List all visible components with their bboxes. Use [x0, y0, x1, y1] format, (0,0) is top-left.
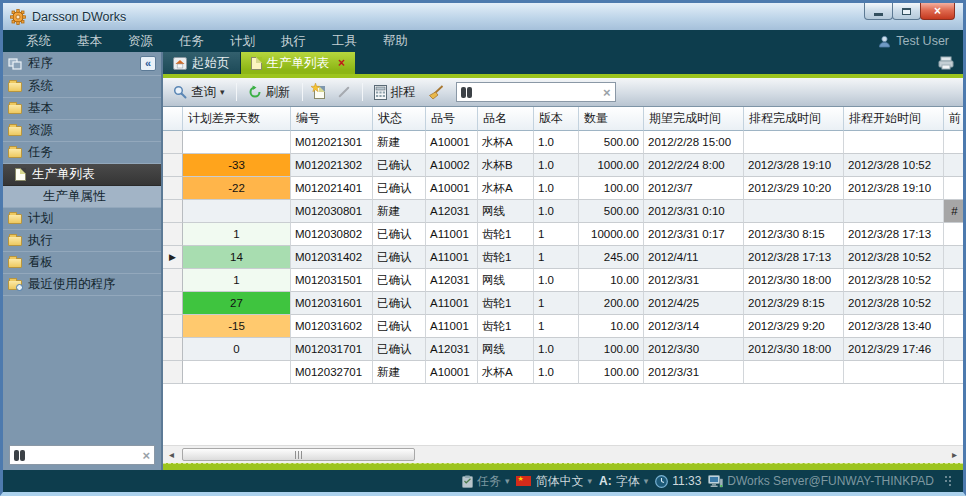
table-cell-item_name[interactable]: 齿轮1 [478, 223, 534, 246]
table-cell-version[interactable]: 1.0 [534, 338, 579, 361]
table-cell-item_name[interactable]: 网线 [478, 338, 534, 361]
table-cell-extra[interactable] [944, 315, 963, 338]
table-cell-expect_time[interactable]: 2012/3/7 [644, 177, 744, 200]
table-cell-qty[interactable]: 100.00 [579, 361, 644, 384]
table-cell-qty[interactable]: 100.00 [579, 338, 644, 361]
table-cell-diff[interactable]: -22 [183, 177, 291, 200]
table-cell-qty[interactable]: 10000.00 [579, 223, 644, 246]
table-cell-item_name[interactable]: 网线 [478, 200, 534, 223]
sidebar-item[interactable]: 资源 [3, 120, 161, 142]
table-cell-sched_start[interactable]: 2012/3/28 19:10 [844, 177, 944, 200]
table-cell-item_name[interactable]: 水杯A [478, 361, 534, 384]
table-cell-item_no[interactable]: A11001 [426, 223, 478, 246]
table-cell-expect_time[interactable]: 2012/2/28 15:00 [644, 131, 744, 154]
table-cell-qty[interactable]: 10.00 [579, 269, 644, 292]
table-cell-sched_start[interactable] [844, 200, 944, 223]
table-cell-code[interactable]: M012030802 [291, 223, 373, 246]
table-cell-extra[interactable] [944, 223, 963, 246]
table-cell-expect_time[interactable]: 2012/4/11 [644, 246, 744, 269]
table-cell-qty[interactable]: 10.00 [579, 315, 644, 338]
column-header[interactable]: 排程完成时间 [744, 107, 844, 131]
table-row[interactable]: 1M012030802已确认A11001齿轮1110000.002012/3/3… [163, 223, 963, 246]
column-header[interactable]: 品名 [478, 107, 534, 131]
table-cell-status[interactable]: 已确认 [373, 338, 426, 361]
table-cell-item_no[interactable]: A10001 [426, 131, 478, 154]
table-cell-expect_time[interactable]: 2012/3/31 [644, 269, 744, 292]
toolbar-search-clear-icon[interactable]: × [603, 85, 611, 100]
row-header-cell[interactable] [163, 200, 183, 223]
table-cell-qty[interactable]: 100.00 [579, 177, 644, 200]
table-row[interactable]: M012030801新建A12031网线1.0500.002012/3/31 0… [163, 200, 963, 223]
table-cell-item_name[interactable]: 网线 [478, 269, 534, 292]
table-cell-expect_time[interactable]: 2012/4/25 [644, 292, 744, 315]
status-font-dropdown[interactable]: A: 字体 ▾ [599, 473, 648, 490]
table-cell-version[interactable]: 1.0 [534, 154, 579, 177]
sidebar-item[interactable]: 最近使用的程序 [3, 274, 161, 296]
close-button[interactable]: × [920, 3, 955, 20]
table-cell-sched_start[interactable]: 2012/3/28 13:40 [844, 315, 944, 338]
table-cell-diff[interactable]: 0 [183, 338, 291, 361]
table-cell-sched_end[interactable]: 2012/3/29 8:15 [744, 292, 844, 315]
table-cell-extra[interactable] [944, 131, 963, 154]
table-cell-code[interactable]: M012031701 [291, 338, 373, 361]
table-row[interactable]: M012021301新建A10001水杯A1.0500.002012/2/28 … [163, 131, 963, 154]
table-cell-status[interactable]: 新建 [373, 200, 426, 223]
table-cell-item_no[interactable]: A12031 [426, 269, 478, 292]
tab-home[interactable]: 起始页 [163, 52, 241, 74]
row-header-cell[interactable] [163, 361, 183, 384]
table-cell-sched_end[interactable]: 2012/3/28 19:10 [744, 154, 844, 177]
table-cell-sched_end[interactable]: 2012/3/28 17:13 [744, 246, 844, 269]
table-cell-status[interactable]: 新建 [373, 361, 426, 384]
menu-item[interactable]: 任务 [166, 33, 217, 50]
table-row[interactable]: M012032701新建A10001水杯A1.0100.002012/3/31 [163, 361, 963, 384]
table-cell-item_no[interactable]: A10001 [426, 361, 478, 384]
table-cell-status[interactable]: 已确认 [373, 269, 426, 292]
table-cell-status[interactable]: 已确认 [373, 223, 426, 246]
current-row-marker[interactable]: ▶ [163, 246, 183, 269]
table-cell-diff[interactable]: 27 [183, 292, 291, 315]
column-header[interactable]: 版本 [534, 107, 579, 131]
row-header-cell[interactable] [163, 131, 183, 154]
schedule-button[interactable]: 排程 [370, 82, 420, 103]
table-row[interactable]: ▶14M012031402已确认A11001齿轮11245.002012/4/1… [163, 246, 963, 269]
table-cell-diff[interactable] [183, 131, 291, 154]
menu-item[interactable]: 工具 [319, 33, 370, 50]
sidebar-item[interactable]: 生产单属性 [3, 186, 161, 208]
table-cell-sched_start[interactable] [844, 361, 944, 384]
table-cell-qty[interactable]: 245.00 [579, 246, 644, 269]
table-cell-code[interactable]: M012032701 [291, 361, 373, 384]
table-cell-sched_end[interactable]: 2012/3/29 9:20 [744, 315, 844, 338]
sidebar-search-input[interactable]: × [9, 445, 155, 465]
edit-button[interactable] [333, 89, 355, 95]
scroll-left-icon[interactable]: ◂ [163, 446, 180, 463]
table-row[interactable]: 1M012031501已确认A12031网线1.010.002012/3/312… [163, 269, 963, 292]
row-header-cell[interactable] [163, 338, 183, 361]
menu-item[interactable]: 帮助 [370, 33, 421, 50]
table-cell-diff[interactable]: 14 [183, 246, 291, 269]
table-cell-diff[interactable]: -33 [183, 154, 291, 177]
table-cell-sched_end[interactable]: 2012/3/30 8:15 [744, 223, 844, 246]
table-row[interactable]: 27M012031601已确认A11001齿轮11200.002012/4/25… [163, 292, 963, 315]
row-header-cell[interactable] [163, 177, 183, 200]
tab-close-icon[interactable]: × [338, 56, 345, 70]
column-header[interactable]: 数量 [579, 107, 644, 131]
table-cell-status[interactable]: 已确认 [373, 292, 426, 315]
table-cell-version[interactable]: 1 [534, 292, 579, 315]
table-cell-item_no[interactable]: A11001 [426, 315, 478, 338]
table-row[interactable]: -33M012021302已确认A10002水杯B1.01000.002012/… [163, 154, 963, 177]
table-cell-item_no[interactable]: A12031 [426, 338, 478, 361]
tab-production-order-list[interactable]: 生产单列表 × [241, 52, 356, 74]
menu-item[interactable]: 执行 [268, 33, 319, 50]
table-cell-item_no[interactable]: A10001 [426, 177, 478, 200]
row-header-cell[interactable] [163, 154, 183, 177]
table-cell-expect_time[interactable]: 2012/3/31 0:10 [644, 200, 744, 223]
table-cell-status[interactable]: 已确认 [373, 177, 426, 200]
table-cell-extra[interactable] [944, 292, 963, 315]
table-row[interactable]: -15M012031602已确认A11001齿轮1110.002012/3/14… [163, 315, 963, 338]
clean-button[interactable] [424, 83, 448, 102]
table-cell-extra[interactable] [944, 338, 963, 361]
table-cell-extra[interactable] [944, 154, 963, 177]
table-cell-item_name[interactable]: 齿轮1 [478, 246, 534, 269]
table-cell-code[interactable]: M012021301 [291, 131, 373, 154]
table-cell-code[interactable]: M012031602 [291, 315, 373, 338]
